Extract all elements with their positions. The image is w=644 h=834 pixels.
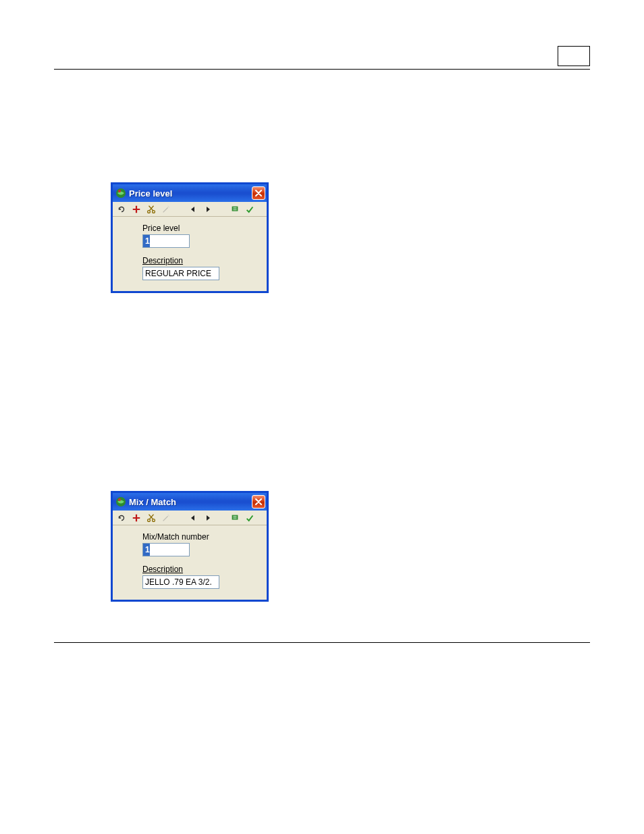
app-icon — [115, 188, 126, 199]
tool-icon[interactable] — [228, 203, 242, 215]
prev-icon[interactable] — [186, 512, 200, 524]
page-number — [558, 46, 590, 66]
mixmatch-number-label: Mix/Match number — [142, 532, 254, 542]
cut-icon[interactable] — [144, 203, 158, 215]
header-divider — [54, 69, 590, 70]
app-icon — [115, 496, 126, 507]
toolbar — [113, 202, 267, 217]
titlebar[interactable]: Mix / Match — [113, 493, 267, 511]
form-body: Mix/Match number Description — [113, 525, 267, 600]
toolbar — [113, 511, 267, 525]
add-icon[interactable] — [130, 512, 143, 524]
svg-point-1 — [118, 190, 121, 192]
wand-icon[interactable] — [159, 203, 173, 215]
svg-point-8 — [153, 519, 155, 521]
next-icon[interactable] — [201, 203, 215, 215]
tool-icon[interactable] — [228, 512, 242, 524]
description-input[interactable] — [142, 267, 219, 280]
dialog-title: Price level — [129, 188, 252, 199]
svg-point-7 — [148, 519, 151, 521]
wand-icon[interactable] — [159, 512, 173, 524]
svg-point-6 — [118, 498, 121, 501]
undo-icon[interactable] — [115, 512, 128, 524]
svg-point-3 — [153, 210, 155, 213]
price-level-dialog: Price level — [111, 182, 269, 293]
prev-icon[interactable] — [186, 203, 200, 215]
description-label: Description — [142, 565, 254, 574]
svg-point-2 — [148, 210, 151, 213]
form-body: Price level Description — [113, 217, 267, 291]
section-heading-price-level: Price level — [54, 144, 590, 158]
close-icon[interactable] — [252, 495, 265, 509]
dialog-title: Mix / Match — [129, 497, 252, 507]
cut-icon[interactable] — [144, 512, 158, 524]
description-input[interactable] — [142, 575, 219, 589]
page-footer — [54, 642, 590, 647]
next-icon[interactable] — [201, 512, 215, 524]
ok-icon[interactable] — [243, 203, 257, 215]
ok-icon[interactable] — [243, 512, 257, 524]
mix-match-dialog: Mix / Match — [111, 491, 269, 602]
section-heading-mix-match: Mix / Match — [54, 431, 590, 445]
undo-icon[interactable] — [115, 203, 128, 215]
titlebar[interactable]: Price level — [113, 184, 267, 202]
mixmatch-number-input[interactable] — [142, 543, 190, 556]
description-label: Description — [142, 256, 254, 265]
close-icon[interactable] — [252, 186, 265, 200]
add-icon[interactable] — [130, 203, 143, 215]
price-level-input[interactable] — [142, 234, 190, 248]
price-level-label: Price level — [142, 224, 254, 233]
